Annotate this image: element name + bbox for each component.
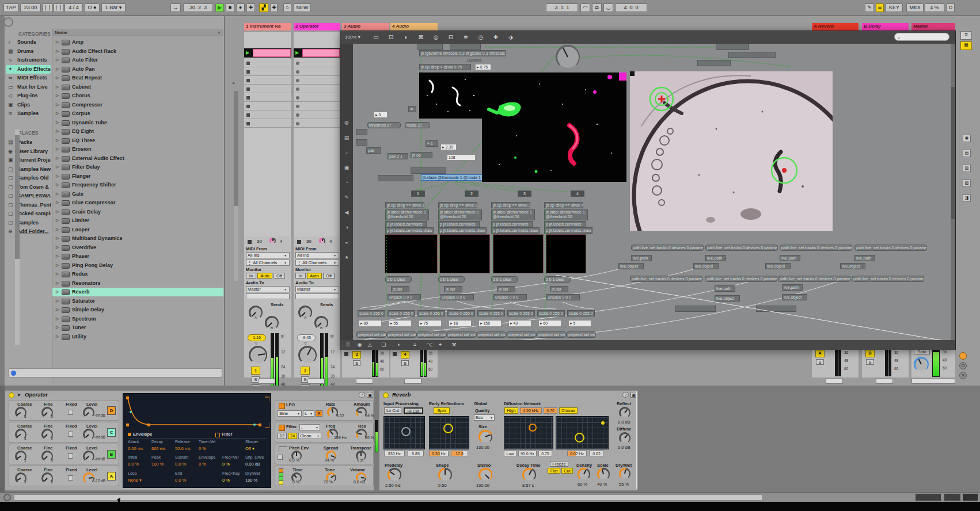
spin-xy[interactable] [429, 416, 469, 449]
place-item-sampleswap[interactable]: ▢SAMPLESWAP [6, 192, 51, 200]
device-list-item[interactable]: ▷Audio Effect Rack [52, 47, 223, 56]
max-camera-box[interactable]: 3 [518, 190, 531, 197]
cpu-meter[interactable]: 4 % [925, 3, 944, 12]
clip-slot-empty[interactable] [294, 85, 340, 93]
clip-slot-empty[interactable] [294, 111, 340, 119]
max-object-box[interactable]: jit.op @op == @val 4 [544, 202, 583, 208]
sidebar-item-samples[interactable]: ≋Samples [6, 109, 51, 118]
chorus-rate-value[interactable]: 0.02 Hz [567, 451, 587, 456]
solo-button[interactable]: S [401, 360, 409, 366]
close-indicator[interactable]: ✕ [959, 372, 967, 379]
max-object-box[interactable]: p jit.labels.centroids.draw [438, 227, 487, 234]
max-object-box[interactable]: live.object [782, 294, 807, 300]
cut-button[interactable]: Cut [561, 468, 573, 474]
overdub-button[interactable]: ✚ [246, 3, 255, 12]
max-object-box[interactable]: live.path [631, 255, 652, 261]
osc-d-button[interactable]: D [107, 406, 116, 415]
max-object-box[interactable]: jit.iter [550, 286, 568, 292]
hi-cut-button[interactable]: Hi Cut [404, 407, 423, 414]
quantization-menu[interactable]: 1 Bar ▾ [101, 3, 126, 12]
device-list-item[interactable]: ▷Amp [52, 38, 223, 47]
midi-map-button[interactable]: MIDI [906, 3, 924, 12]
max-message-box[interactable]: path live_set tracks 0 devices 0 paramet… [705, 245, 778, 251]
freeze-button[interactable]: Freeze [550, 461, 568, 467]
lfo-retrigger-button[interactable]: R [316, 410, 322, 417]
pitch-env-checkbox[interactable] [278, 455, 283, 460]
input-select[interactable]: All Ins▾ [295, 252, 339, 258]
nudge-up-button[interactable]: ❘❘❘ [54, 3, 63, 12]
max-camera-box[interactable]: 4 [571, 190, 584, 197]
max-message-box[interactable]: 108 [447, 154, 476, 161]
files-icon[interactable]: ▤ [343, 134, 351, 142]
max-object-box[interactable]: live.object [693, 263, 719, 269]
input-filter-xy[interactable] [383, 416, 425, 449]
clip-slot-playing[interactable]: ▶ [244, 48, 291, 58]
chorus-button[interactable]: Chorus [559, 407, 578, 414]
re-enable-automation-button[interactable]: ✚ [271, 3, 278, 12]
clip-slot-empty[interactable] [294, 68, 340, 76]
follow-button[interactable]: → [170, 3, 181, 12]
pan-knob[interactable] [319, 238, 325, 244]
device-list-item[interactable]: ▷Overdrive [52, 243, 223, 252]
device-list-item[interactable]: ▷Phaser [52, 252, 223, 261]
max-object-box[interactable]: live.object [765, 263, 791, 269]
max-object-box-selected[interactable]: jit.xfade @thermode 1 @mode 1 [421, 174, 484, 181]
max-object-box[interactable] [756, 306, 796, 312]
max-object-box[interactable]: jit.op [411, 152, 432, 158]
max-message-box[interactable]: path live_set tracks 0 devices 0 paramet… [631, 245, 704, 251]
comment-icon[interactable]: ◗ [394, 341, 403, 349]
return-activator-button[interactable]: B [865, 350, 875, 357]
max-object-box[interactable] [450, 44, 481, 50]
nudge-down-button[interactable]: ❘❘❘ [43, 3, 52, 12]
device-list-item[interactable]: ▷Reverb [52, 288, 223, 296]
track-header[interactable]: 1 Instrument Ra [244, 23, 291, 30]
return-activator-button[interactable]: A [815, 350, 825, 357]
device-list-item[interactable]: ▷External Audio Effect [52, 154, 223, 163]
max-object-box[interactable]: pak [366, 147, 381, 154]
tap-button[interactable]: TAP [3, 3, 18, 12]
high-gain-value[interactable]: 0.70 [544, 407, 557, 414]
device-list-item[interactable]: ▷Flanger [52, 172, 223, 181]
clip-slot-empty[interactable] [244, 102, 291, 110]
device-list-item[interactable]: ▷Limiter [52, 216, 223, 225]
clip-slot-empty[interactable] [294, 94, 340, 102]
max-message-box[interactable]: path live_set tracks 0 devices 0 paramet… [630, 276, 702, 282]
output-select[interactable]: Master▾ [295, 286, 339, 292]
level-knob[interactable] [83, 429, 94, 440]
low-shelf-button[interactable]: Low [504, 451, 516, 456]
record-button[interactable]: ● [236, 3, 245, 12]
session-scrollbar-thumb[interactable] [234, 91, 238, 206]
volume-knob[interactable] [298, 346, 317, 364]
max-message-box[interactable]: prepend set value [476, 331, 506, 338]
max-camera-box[interactable]: 1 [411, 190, 425, 197]
monitor-in-button[interactable]: In [295, 273, 306, 279]
max-message-box[interactable]: path live_set tracks 0 devices 0 paramet… [778, 276, 850, 282]
max-object-box[interactable]: jit.op @op > @val 0.75 [419, 64, 471, 70]
clock-icon[interactable]: ◷ [475, 33, 487, 42]
reflect-knob[interactable] [619, 407, 630, 418]
window-icon[interactable]: ▭ [370, 33, 382, 42]
monitor-off-button[interactable]: Off [323, 273, 335, 279]
max-object-box[interactable] [411, 167, 446, 174]
clip-slot-empty[interactable] [244, 85, 291, 93]
clip-slot-empty[interactable] [244, 94, 291, 102]
shape-knob[interactable] [438, 468, 452, 482]
device-list-item[interactable]: ▷Saturator [52, 297, 223, 306]
crossfade-assign[interactable] [876, 379, 893, 384]
max-comment[interactable]: Gearold [466, 58, 490, 64]
monitor-auto-button[interactable]: Auto [257, 273, 272, 279]
grid-icon[interactable]: ⌥ [426, 341, 434, 349]
max-message-box[interactable]: prepend set value [566, 331, 596, 338]
sidebar-item-drums[interactable]: ▦Drums [6, 47, 51, 56]
clip-slot-empty[interactable] [244, 120, 291, 128]
metronome-toggle[interactable]: O ● [85, 3, 100, 12]
output-select[interactable]: Master▾ [246, 286, 290, 292]
volume-knob[interactable] [249, 346, 267, 364]
sidebar-item-clips[interactable]: ▣Clips [6, 101, 51, 109]
device-list-item[interactable]: ▷Gate [52, 190, 223, 199]
slope-12-button[interactable]: 12 [278, 433, 287, 439]
max-object-box[interactable] [356, 139, 367, 146]
audio-icon[interactable]: ⬗ [505, 33, 516, 42]
monitor-in-button[interactable]: In [246, 273, 256, 279]
max-object-box[interactable]: pak 2 1 [388, 153, 408, 159]
